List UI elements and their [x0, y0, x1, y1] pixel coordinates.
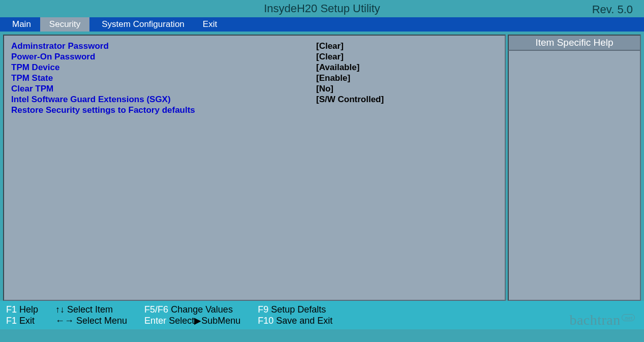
help-body	[508, 51, 641, 301]
label-select-item: Select Item	[65, 304, 113, 315]
label-change-values: Change Values	[168, 304, 233, 315]
label-exit: Exit	[17, 316, 35, 326]
setting-tpm-state[interactable]: TPM State	[11, 73, 316, 83]
label-select-menu: Select Menu	[74, 316, 127, 326]
label-setup-defaults: Setup Defalts	[268, 304, 326, 315]
watermark: bachtran.net	[569, 312, 635, 328]
footer-col-3: F5/F6 Change Values Enter Select▶SubMenu	[144, 304, 240, 329]
setting-clear-tpm[interactable]: Clear TPM	[11, 83, 316, 94]
key-enter: Enter	[144, 316, 166, 326]
setting-admin-password[interactable]: Adminstrator Password	[11, 41, 316, 51]
watermark-suffix: .net	[622, 314, 635, 321]
settings-panel: Adminstrator Password Power-On Password …	[3, 35, 506, 301]
menu-bar: Main Security System Configuration Exit	[0, 17, 644, 32]
key-f5f6: F5/F6	[144, 304, 168, 315]
footer-col-2: ↑↓ Select Item ←→ Select Menu	[55, 304, 127, 329]
key-f9: F9	[258, 304, 268, 315]
key-f1-exit: F1	[6, 316, 17, 326]
updown-arrows-icon: ↑↓	[55, 304, 65, 315]
setting-power-on-password[interactable]: Power-On Password	[11, 51, 316, 62]
value-tpm-state[interactable]: [Enable]	[316, 73, 498, 83]
label-save-exit: Save and Exit	[273, 316, 332, 326]
value-sgx[interactable]: [S/W Controlled]	[316, 94, 498, 105]
watermark-text: bachtran	[569, 312, 620, 328]
footer-bar: F1 Help F1 Exit ↑↓ Select Item ←→ Select…	[0, 301, 644, 329]
footer-col-1: F1 Help F1 Exit	[6, 304, 38, 329]
revision-label: Rev. 5.0	[592, 3, 633, 16]
setting-restore-defaults[interactable]: Restore Security settings to Factory def…	[11, 105, 316, 115]
key-f1-help: F1	[6, 304, 17, 315]
label-select-submenu: Select▶SubMenu	[166, 316, 240, 326]
value-admin-password[interactable]: [Clear]	[316, 41, 498, 51]
footer-col-4: F9 Setup Defalts F10 Save and Exit	[258, 304, 332, 329]
key-f10: F10	[258, 316, 273, 326]
help-header: Item Specific Help	[508, 35, 641, 51]
title-bar: InsydeH20 Setup Utility Rev. 5.0	[0, 0, 644, 17]
tab-security[interactable]: Security	[40, 17, 89, 32]
value-clear-tpm[interactable]: [No]	[316, 83, 498, 94]
setting-sgx[interactable]: Intel Software Guard Extensions (SGX)	[11, 94, 316, 105]
setting-tpm-device[interactable]: TPM Device	[11, 62, 316, 73]
value-tpm-device[interactable]: [Available]	[316, 62, 498, 73]
tab-system-configuration[interactable]: System Configuration	[93, 17, 194, 32]
tab-main[interactable]: Main	[3, 17, 40, 32]
leftright-arrows-icon: ←→	[55, 316, 74, 326]
label-help: Help	[17, 304, 38, 315]
app-title: InsydeH20 Setup Utility	[264, 2, 380, 15]
tab-exit[interactable]: Exit	[194, 17, 226, 32]
value-power-on-password[interactable]: [Clear]	[316, 51, 498, 62]
